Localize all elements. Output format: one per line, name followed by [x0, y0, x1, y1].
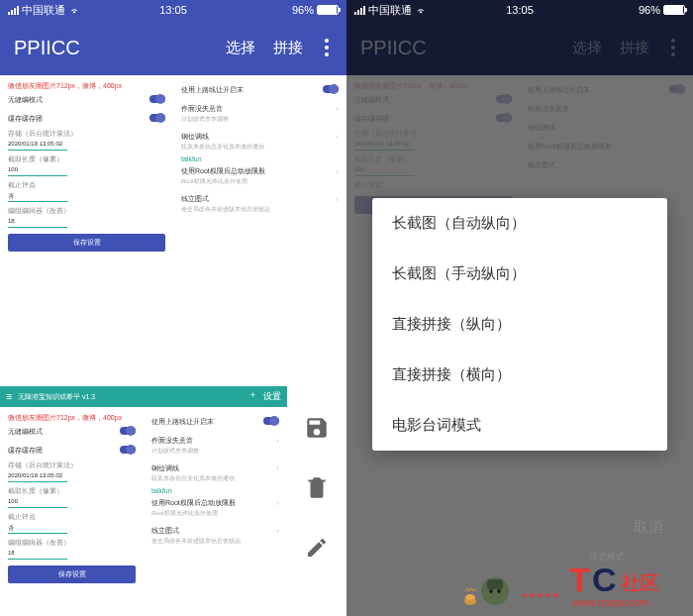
chevron-right-icon[interactable]: › [336, 166, 339, 176]
svg-rect-1 [487, 579, 503, 589]
delete-icon[interactable] [301, 471, 333, 503]
setting-cache: 缓存缓存团 [8, 114, 43, 124]
logo-community: 社区 [621, 572, 659, 593]
dialog-item-direct-vertical[interactable]: 直接拼接（纵向） [372, 299, 667, 350]
length-value[interactable]: 100 [8, 166, 67, 176]
endpoint-label: 截止评点 [8, 180, 165, 190]
save-icon[interactable] [301, 412, 333, 444]
svg-point-10 [546, 593, 550, 597]
signal-icon [354, 6, 365, 15]
carrier-label: 中国联通 [22, 3, 65, 18]
dialog-item-manual-vertical[interactable]: 长截图（手动纵向） [372, 249, 667, 299]
chevron-right-icon[interactable]: › [336, 194, 339, 204]
svg-point-9 [539, 593, 543, 597]
battery-icon [317, 5, 339, 15]
svg-point-2 [489, 589, 493, 593]
toggle-upline[interactable] [323, 85, 339, 93]
status-bar: 中国联通 13:05 96% [0, 0, 346, 20]
header-tip: 微信朋友圈图片712px，微博，400px [8, 81, 165, 91]
stitch-action[interactable]: 拼接 [273, 39, 303, 57]
stitch-mode-dialog: 长截图（自动纵向） 长截图（手动纵向） 直接拼接（纵向） 直接拼接（横向） 电影… [372, 198, 667, 451]
svg-point-3 [497, 589, 501, 593]
screen-left: 中国联通 13:05 96% PPIICC 选择 拼接 微信朋友圈图片712px… [0, 0, 346, 616]
plus-icon[interactable]: + [250, 390, 255, 403]
storage-label: 存储（后台统计算法） [8, 129, 165, 139]
settings-panel: 微信朋友圈图片712px，微博，400px 无缝编模式 缓存缓存团 存储（后台统… [0, 75, 346, 257]
edit-icon[interactable] [301, 532, 333, 564]
editor-label: 编组编辑器（改善） [8, 206, 165, 216]
logo-url: www.tcsqw.com [571, 596, 649, 608]
main-content: 微信朋友圈图片712px，微博，400px 无缝编模式 缓存缓存团 存储（后台统… [0, 75, 346, 616]
setting-root: 使用Root权限后总动放限股 [181, 166, 265, 176]
stitched-app-bar: ☰ 无障溶宝知识或希平 v1.3 + 设置 [0, 386, 287, 407]
overflow-menu-icon[interactable] [321, 35, 333, 60]
wifi-icon [68, 6, 80, 15]
signal-icon [8, 6, 19, 15]
setting-upline: 使用上路线让开启末 [181, 85, 244, 95]
save-button[interactable]: 保存设置 [8, 234, 165, 252]
length-label: 截取长度（像素） [8, 154, 165, 164]
setting-seamless: 无缝编模式 [8, 95, 43, 105]
talkfun-label: talkfun [181, 155, 339, 162]
toggle-cache[interactable] [149, 114, 165, 122]
battery-icon [663, 5, 685, 15]
battery-percent: 96% [292, 4, 314, 16]
setting-standalone: 线立图式 [181, 194, 270, 204]
svg-point-8 [531, 593, 535, 597]
stitched-title: 无障溶宝知识或希平 v1.3 [18, 392, 250, 402]
svg-point-11 [554, 593, 558, 597]
editor-value[interactable]: 18 [8, 218, 67, 228]
svg-point-7 [523, 593, 527, 597]
dialog-item-direct-horizontal[interactable]: 直接拼接（横向） [372, 350, 667, 400]
carrier-label: 中国联通 [368, 3, 412, 18]
setting-adjust: 钢位调线 [181, 132, 264, 142]
edit-toolbar [287, 386, 346, 589]
screen-right: 中国联通 13:05 96% PPIICC 选择 拼接 微信朋友圈图片712px… [346, 0, 693, 616]
select-action[interactable]: 选择 [226, 39, 255, 57]
menu-icon[interactable]: ☰ [6, 393, 12, 401]
dialog-item-movie-subtitle[interactable]: 电影台词模式 [372, 400, 667, 451]
wifi-icon [415, 6, 427, 15]
status-bar: 中国联通 13:05 96% [346, 0, 693, 20]
cancel-button[interactable]: 取消 [634, 518, 663, 537]
chevron-right-icon[interactable]: › [336, 104, 339, 114]
setting-nosound: 作面没失意音 [181, 104, 229, 114]
endpoint-value[interactable]: 否 [8, 192, 67, 202]
dialog-item-auto-vertical[interactable]: 长截图（自动纵向） [372, 198, 667, 249]
status-time: 13:05 [506, 4, 534, 16]
settings-label[interactable]: 设置 [263, 390, 281, 403]
chevron-right-icon[interactable]: › [336, 132, 339, 142]
stitched-preview: ☰ 无障溶宝知识或希平 v1.3 + 设置 微信朋友圈图片712px，微博，40… [0, 386, 346, 589]
battery-percent: 96% [639, 4, 660, 16]
app-title: PPIICC [14, 37, 208, 59]
svg-point-5 [465, 594, 475, 600]
status-time: 13:05 [159, 4, 187, 16]
storage-value[interactable]: 2020/01/18 13:05:02 [8, 141, 67, 151]
logo-tc: T [569, 561, 590, 598]
svg-text:C: C [592, 561, 617, 598]
watermark-logo: 预览模式 T C 社区 www.tcsqw.com [455, 552, 673, 611]
toggle-seamless[interactable] [149, 95, 165, 103]
